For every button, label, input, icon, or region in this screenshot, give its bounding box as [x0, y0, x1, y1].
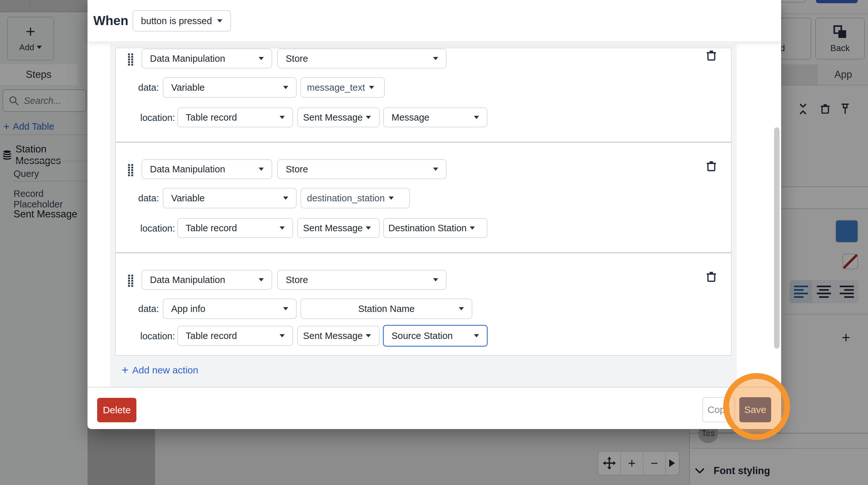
- chevron-down-icon: [474, 334, 479, 337]
- modal-scrollbar[interactable]: [774, 127, 779, 349]
- chevron-down-icon: [389, 196, 394, 200]
- dropdown-value: Station Name: [358, 303, 415, 314]
- action-category-dropdown[interactable]: Data Manipulation: [142, 159, 272, 179]
- dropdown-value: Data Manipulation: [150, 164, 225, 175]
- chevron-down-icon: [259, 57, 264, 60]
- dropdown-value: Variable: [171, 82, 205, 93]
- action-category-dropdown[interactable]: Data Manipulation: [142, 270, 272, 290]
- location-field-dropdown[interactable]: Destination Station: [383, 218, 487, 238]
- chevron-down-icon: [280, 226, 285, 230]
- dropdown-value: message_text: [307, 82, 365, 93]
- location-label: location:: [120, 331, 175, 342]
- delete-action-button[interactable]: [705, 160, 717, 173]
- chevron-down-icon: [283, 196, 288, 200]
- drag-handle[interactable]: [128, 54, 135, 65]
- data-source-dropdown[interactable]: Variable: [163, 77, 297, 98]
- dropdown-value: Data Manipulation: [150, 54, 225, 64]
- location-field-dropdown[interactable]: Source Station: [383, 325, 488, 347]
- row-divider: [116, 142, 731, 142]
- chevron-down-icon: [259, 168, 264, 171]
- location-type-dropdown[interactable]: Table record: [177, 326, 293, 346]
- screen: + Add Steps + Add Table: [0, 0, 868, 485]
- dropdown-value: Sent Message: [303, 331, 363, 341]
- save-button[interactable]: Save: [739, 397, 771, 422]
- add-new-action-button[interactable]: + Add new action: [122, 363, 198, 377]
- chevron-down-icon: [280, 334, 285, 337]
- chevron-down-icon: [474, 116, 479, 119]
- action-category-dropdown[interactable]: Data Manipulation: [142, 48, 272, 68]
- chevron-down-icon: [459, 307, 464, 310]
- trash-icon: [706, 270, 717, 283]
- data-source-dropdown[interactable]: App info: [163, 298, 297, 319]
- location-label: location:: [120, 223, 175, 234]
- row-divider: [116, 253, 731, 253]
- chevron-down-icon: [283, 86, 288, 89]
- data-value-dropdown[interactable]: destination_station: [301, 188, 410, 208]
- dropdown-value: Data Manipulation: [150, 274, 225, 285]
- location-field-dropdown[interactable]: Message: [383, 107, 487, 127]
- dropdown-value: Destination Station: [388, 223, 466, 233]
- data-label: data:: [120, 193, 159, 203]
- dropdown-value: Table record: [186, 112, 237, 123]
- chevron-down-icon: [470, 226, 475, 230]
- trash-icon: [706, 160, 717, 173]
- footer-divider: [88, 387, 781, 388]
- dropdown-value: Store: [286, 164, 308, 175]
- dropdown-value: Variable: [171, 193, 205, 203]
- delete-button[interactable]: Delete: [97, 398, 136, 422]
- dialog-header: When button is pressed: [88, 0, 781, 41]
- action-type-dropdown[interactable]: Store: [277, 270, 446, 290]
- location-record-dropdown[interactable]: Sent Message: [297, 218, 380, 238]
- dropdown-value: destination_station: [307, 193, 385, 203]
- chevron-down-icon: [283, 307, 288, 310]
- data-source-dropdown[interactable]: Variable: [163, 188, 297, 208]
- chevron-down-icon: [366, 334, 371, 337]
- drag-handle[interactable]: [128, 274, 135, 286]
- drag-handle[interactable]: [128, 164, 135, 175]
- chevron-down-icon: [433, 278, 438, 282]
- action-type-dropdown[interactable]: Store: [277, 159, 446, 179]
- when-label: When: [93, 13, 128, 28]
- chevron-down-icon: [366, 226, 371, 230]
- data-label: data:: [120, 82, 159, 93]
- dropdown-value: Store: [286, 274, 308, 285]
- action-type-dropdown[interactable]: Store: [277, 48, 446, 68]
- delete-action-button[interactable]: [705, 270, 717, 284]
- delete-action-button[interactable]: [705, 49, 717, 62]
- location-record-dropdown[interactable]: Sent Message: [297, 326, 380, 346]
- dropdown-value: Source Station: [392, 331, 453, 341]
- dropdown-value: App info: [171, 303, 205, 314]
- trigger-dropdown[interactable]: button is pressed: [132, 10, 231, 32]
- chevron-down-icon: [369, 86, 374, 89]
- dropdown-value: Table record: [186, 223, 237, 233]
- data-label: data:: [120, 303, 159, 314]
- dropdown-value: Table record: [186, 331, 237, 341]
- trigger-value: button is pressed: [141, 16, 212, 26]
- add-action-label: Add new action: [132, 365, 198, 376]
- dropdown-value: Store: [286, 54, 308, 64]
- data-value-dropdown[interactable]: Station Name: [301, 298, 472, 319]
- action-editor-dialog: When button is pressed Data Manipulation…: [88, 0, 781, 429]
- dropdown-value: Message: [392, 112, 430, 123]
- chevron-down-icon: [280, 116, 285, 119]
- plus-icon: +: [122, 363, 128, 377]
- chevron-down-icon: [259, 278, 264, 282]
- dropdown-value: Sent Message: [303, 223, 363, 233]
- chevron-down-icon: [217, 19, 222, 23]
- trash-icon: [706, 49, 717, 62]
- location-type-dropdown[interactable]: Table record: [177, 218, 293, 238]
- chevron-down-icon: [366, 116, 371, 119]
- location-type-dropdown[interactable]: Table record: [177, 107, 293, 127]
- location-record-dropdown[interactable]: Sent Message: [297, 107, 380, 127]
- chevron-down-icon: [433, 168, 438, 171]
- copy-button[interactable]: Copy: [702, 397, 735, 422]
- data-value-dropdown[interactable]: message_text: [301, 77, 385, 98]
- dropdown-value: Sent Message: [303, 112, 363, 123]
- chevron-down-icon: [433, 57, 438, 60]
- location-label: location:: [120, 112, 175, 123]
